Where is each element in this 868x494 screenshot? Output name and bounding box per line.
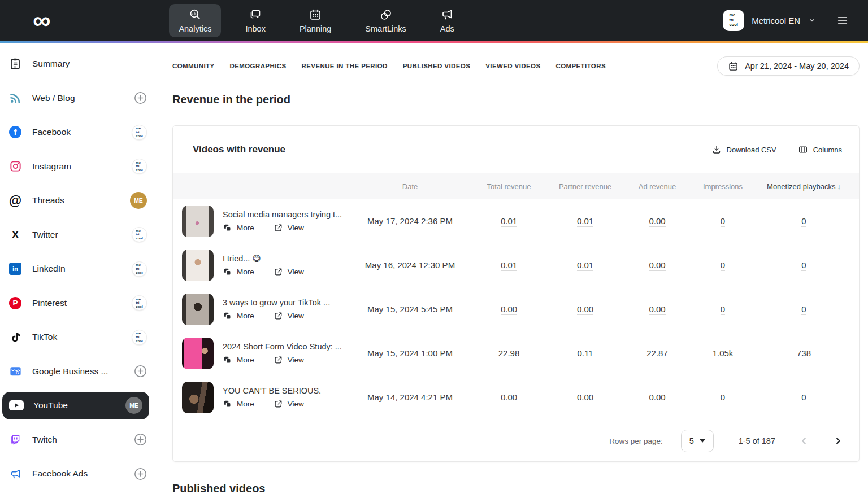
- rows-per-page-select[interactable]: 5: [681, 430, 714, 452]
- nav-item-smartlinks[interactable]: SmartLinks: [355, 4, 416, 37]
- download-icon: [711, 145, 722, 155]
- card-title: Videos with revenue: [193, 144, 285, 155]
- impressions-value: 0: [721, 216, 725, 227]
- nav-item-planning[interactable]: Planning: [290, 4, 341, 37]
- more-button[interactable]: More: [223, 399, 254, 409]
- tab-community[interactable]: COMMUNITY: [172, 63, 215, 69]
- sidebar-item-summary[interactable]: Summary: [0, 47, 158, 81]
- partner-revenue-value: 0.00: [577, 304, 593, 315]
- view-button[interactable]: View: [274, 399, 304, 409]
- tab-demographics[interactable]: DEMOGRAPHICS: [230, 63, 287, 69]
- view-label: View: [288, 356, 304, 364]
- calendar-icon: [728, 61, 739, 72]
- sidebar-item-linkedin[interactable]: in LinkedIn me tri cool: [0, 252, 158, 286]
- sidebar-item-twitch[interactable]: Twitch: [0, 423, 158, 457]
- sidebar-item-label: TikTok: [32, 332, 57, 342]
- video-thumbnail: [182, 206, 214, 237]
- columns-button[interactable]: Columns: [798, 145, 842, 155]
- nav-item-analytics[interactable]: Analytics: [169, 4, 221, 37]
- analytics-icon: [188, 8, 202, 21]
- account-name: Metricool EN: [752, 16, 800, 25]
- top-navigation: Analytics Inbox Planning: [169, 4, 463, 37]
- video-title: YOU CAN'T BE SERIOUS.: [223, 386, 321, 395]
- more-button[interactable]: More: [223, 223, 254, 233]
- nav-item-inbox[interactable]: Inbox: [236, 4, 275, 37]
- more-label: More: [237, 268, 254, 276]
- sidebar-item-threads[interactable]: @ Threads ME: [0, 183, 158, 218]
- tab-viewed-videos[interactable]: VIEWED VIDEOS: [485, 63, 540, 69]
- sidebar-item-google-business[interactable]: G Google Business ...: [0, 355, 158, 389]
- copy-icon: [223, 311, 232, 321]
- main-content: COMMUNITY DEMOGRAPHICS REVENUE IN THE PE…: [158, 43, 868, 494]
- sidebar-item-pinterest[interactable]: P Pinterest me tri cool: [0, 286, 158, 321]
- more-button[interactable]: More: [223, 267, 254, 277]
- add-connection-button[interactable]: [134, 467, 147, 480]
- rss-icon: [8, 91, 22, 105]
- ad-revenue-value: 0.00: [649, 216, 665, 227]
- tab-competitors[interactable]: COMPETITORS: [555, 63, 606, 69]
- analytics-tabs: COMMUNITY DEMOGRAPHICS REVENUE IN THE PE…: [172, 63, 606, 69]
- copy-icon: [223, 223, 232, 233]
- view-button[interactable]: View: [274, 311, 304, 321]
- video-thumbnail: [182, 338, 214, 369]
- sidebar-item-youtube[interactable]: YouTube ME: [2, 392, 149, 419]
- sidebar-item-instagram[interactable]: Instagram me tri cool: [0, 150, 158, 184]
- more-label: More: [237, 312, 254, 320]
- ad-revenue-value: 0.00: [649, 304, 665, 315]
- next-page-button[interactable]: [833, 436, 843, 446]
- sidebar-item-label: Pinterest: [32, 298, 67, 308]
- add-connection-button[interactable]: [134, 433, 147, 446]
- storefront-icon: G: [9, 365, 22, 378]
- sidebar-item-label: Summary: [32, 59, 70, 69]
- tab-published-videos[interactable]: PUBLISHED VIDEOS: [403, 63, 471, 69]
- more-label: More: [237, 400, 254, 408]
- sidebar-item-tiktok[interactable]: TikTok me tri cool: [0, 320, 158, 355]
- column-header-partner-revenue[interactable]: Partner revenue: [547, 182, 623, 191]
- inbox-icon: [249, 8, 262, 21]
- add-connection-button[interactable]: [134, 91, 147, 104]
- column-header-monetized-playbacks[interactable]: Monetized playbacks↓: [754, 182, 853, 191]
- view-button[interactable]: View: [274, 223, 304, 233]
- view-button[interactable]: View: [274, 267, 304, 277]
- sidebar-item-facebook-ads[interactable]: Facebook Ads: [0, 457, 158, 491]
- view-label: View: [288, 400, 304, 408]
- more-label: More: [237, 224, 254, 232]
- tab-revenue-in-the-period[interactable]: REVENUE IN THE PERIOD: [302, 63, 388, 69]
- youtube-icon: [9, 400, 24, 410]
- videos-with-revenue-card: Videos with revenue Download CSV: [172, 125, 860, 462]
- megaphone-icon: [440, 8, 454, 21]
- tiktok-icon: [9, 331, 22, 344]
- view-label: View: [288, 312, 304, 320]
- video-date: May 14, 2024 4:21 PM: [349, 392, 471, 402]
- add-connection-button[interactable]: [134, 365, 147, 378]
- more-button[interactable]: More: [223, 311, 254, 321]
- video-date: May 15, 2024 1:00 PM: [349, 348, 471, 358]
- metricool-account-badge: me tri cool: [132, 227, 147, 242]
- hamburger-menu-button[interactable]: [836, 14, 849, 27]
- previous-page-button[interactable]: [799, 436, 809, 446]
- metricool-account-badge: me tri cool: [132, 261, 147, 277]
- date-range-picker[interactable]: Apr 21, 2024 - May 20, 2024: [717, 56, 860, 76]
- column-header-total-revenue[interactable]: Total revenue: [471, 182, 547, 191]
- nav-item-ads[interactable]: Ads: [431, 4, 464, 37]
- sidebar-item-twitter[interactable]: X Twitter me tri cool: [0, 218, 158, 252]
- sidebar-item-label: Instagram: [32, 161, 71, 172]
- column-header-date[interactable]: Date: [349, 182, 471, 191]
- column-header-ad-revenue[interactable]: Ad revenue: [623, 182, 691, 191]
- account-initials-badge: ME: [125, 397, 142, 414]
- video-title: 3 ways to grow your TikTok ...: [223, 298, 330, 307]
- chevron-right-icon: [833, 436, 843, 446]
- sidebar-item-label: YouTube: [33, 400, 68, 410]
- download-csv-button[interactable]: Download CSV: [711, 145, 776, 155]
- account-menu[interactable]: me tri cool Metricool EN: [723, 10, 849, 31]
- external-link-icon: [274, 267, 283, 277]
- column-header-impressions[interactable]: Impressions: [691, 182, 754, 191]
- more-button[interactable]: More: [223, 355, 254, 365]
- total-revenue-value: 22.98: [498, 348, 520, 359]
- pagination-range: 1-5 of 187: [739, 436, 775, 445]
- sidebar-item-facebook[interactable]: f Facebook me tri cool: [0, 115, 158, 150]
- hamburger-icon: [836, 14, 849, 27]
- impressions-value: 0: [721, 392, 725, 403]
- sidebar-item-web-blog[interactable]: Web / Blog: [0, 81, 158, 116]
- view-button[interactable]: View: [274, 355, 304, 365]
